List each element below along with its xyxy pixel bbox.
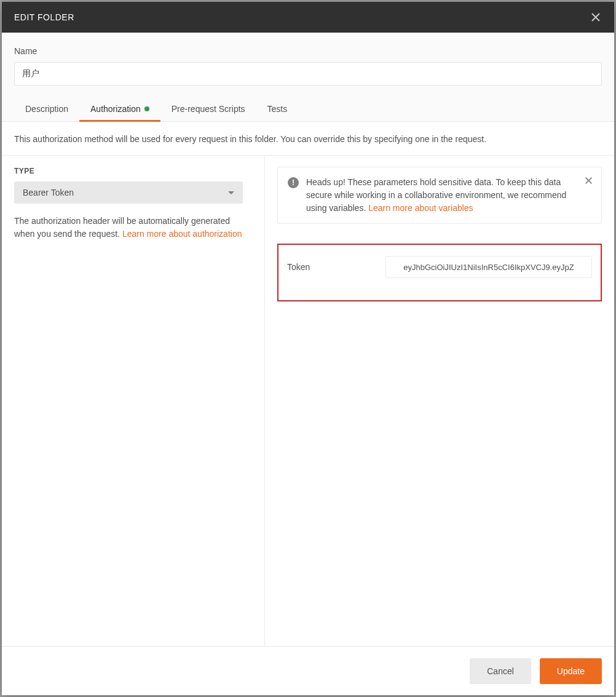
tab-tests-label: Tests <box>267 104 288 114</box>
token-label: Token <box>287 262 373 272</box>
learn-more-variables-link[interactable]: Learn more about variables <box>368 203 473 213</box>
tab-prerequest-label: Pre-request Scripts <box>172 104 245 114</box>
update-button[interactable]: Update <box>540 658 602 684</box>
modal-footer: Cancel Update <box>2 646 614 695</box>
auth-help-text: The authorization header will be automat… <box>14 215 243 241</box>
indicator-dot-icon <box>144 106 149 111</box>
cancel-button[interactable]: Cancel <box>470 658 531 684</box>
learn-more-authorization-link[interactable]: Learn more about authorization <box>122 229 242 239</box>
name-label: Name <box>14 46 602 56</box>
chevron-down-icon <box>228 191 234 194</box>
auth-body: TYPE Bearer Token The authorization head… <box>2 156 614 646</box>
tabs: Description Authorization Pre-request Sc… <box>2 97 614 122</box>
token-input[interactable] <box>385 256 592 278</box>
name-section: Name <box>2 33 614 86</box>
tab-authorization[interactable]: Authorization <box>79 97 160 121</box>
auth-type-value: Bearer Token <box>23 188 74 197</box>
content-area: This authorization method will be used f… <box>2 122 614 646</box>
name-input[interactable] <box>14 62 602 86</box>
info-icon: ! <box>288 177 299 188</box>
info-close-icon[interactable] <box>585 176 593 187</box>
modal-body: Name Description Authorization Pre-reque… <box>2 33 614 646</box>
tab-description[interactable]: Description <box>14 97 79 121</box>
info-box: ! Heads up! These parameters hold sensit… <box>277 167 602 224</box>
auth-left-panel: TYPE Bearer Token The authorization head… <box>2 156 265 646</box>
tab-prerequest[interactable]: Pre-request Scripts <box>160 97 256 121</box>
tab-tests[interactable]: Tests <box>256 97 299 121</box>
token-row: Token <box>277 244 602 301</box>
tab-description-label: Description <box>25 104 68 114</box>
type-label: TYPE <box>14 167 243 175</box>
modal-header: EDIT FOLDER <box>2 2 614 33</box>
auth-description: This authorization method will be used f… <box>2 122 614 156</box>
auth-right-panel: ! Heads up! These parameters hold sensit… <box>265 156 614 646</box>
tab-authorization-label: Authorization <box>90 104 141 114</box>
close-icon[interactable] <box>590 11 602 23</box>
modal-title: EDIT FOLDER <box>14 12 74 22</box>
edit-folder-modal: EDIT FOLDER Name Description Authorizati… <box>2 2 614 695</box>
info-text: Heads up! These parameters hold sensitiv… <box>306 176 591 215</box>
auth-type-dropdown[interactable]: Bearer Token <box>14 181 243 204</box>
